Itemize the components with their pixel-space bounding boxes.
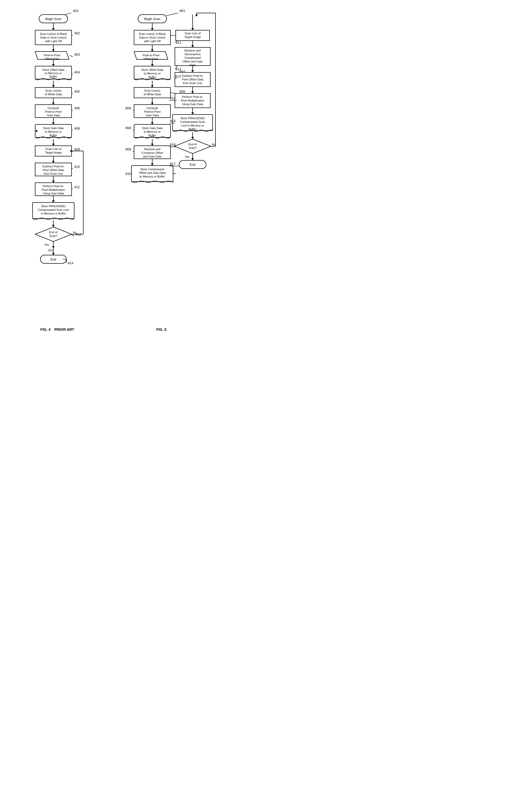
svg-text:Line in Memory or: Line in Memory or xyxy=(181,124,204,127)
svg-text:Scan Line of: Scan Line of xyxy=(185,32,201,35)
svg-marker-154 xyxy=(151,144,154,146)
svg-text:Perform Pixel-to-: Perform Pixel-to- xyxy=(43,185,64,188)
svg-marker-195 xyxy=(191,91,194,93)
svg-text:816: 816 xyxy=(170,143,176,147)
svg-text:406: 406 xyxy=(74,106,80,110)
svg-text:Pixel Multiplication: Pixel Multiplication xyxy=(181,99,204,102)
svg-marker-187 xyxy=(191,70,194,72)
svg-text:805: 805 xyxy=(179,90,185,93)
svg-text:End: End xyxy=(190,163,195,167)
svg-text:813: 813 xyxy=(175,74,181,78)
svg-text:Begin Scan: Begin Scan xyxy=(45,17,61,21)
svg-text:404: 404 xyxy=(74,70,80,74)
fig8-caption: FIG. 8 xyxy=(156,327,167,331)
svg-text:Using Gain Data: Using Gain Data xyxy=(182,102,204,106)
svg-text:Scan Line(s) of Black: Scan Line(s) of Black xyxy=(139,32,166,35)
fig8-diagram: 801 Begin Scan 802 Scan Line(s) of Black… xyxy=(107,5,216,331)
svg-text:No: No xyxy=(212,143,215,146)
svg-text:Using Gain Data: Using Gain Data xyxy=(43,192,64,195)
svg-marker-35 xyxy=(52,102,55,105)
svg-text:806: 806 xyxy=(126,106,131,110)
svg-text:Gain Data: Gain Data xyxy=(47,114,60,117)
svg-text:End of: End of xyxy=(188,143,197,146)
svg-text:End of: End of xyxy=(49,231,58,234)
svg-text:Store Gain Data: Store Gain Data xyxy=(142,127,163,130)
svg-text:Pixel Multiplication: Pixel Multiplication xyxy=(42,188,65,191)
svg-text:815: 815 xyxy=(170,119,176,123)
svg-text:Scan?: Scan? xyxy=(49,234,57,238)
svg-text:408: 408 xyxy=(74,127,80,130)
svg-text:403: 403 xyxy=(74,53,80,56)
svg-text:to Memory or Buffer: to Memory or Buffer xyxy=(140,175,165,178)
svg-text:Scan Line of: Scan Line of xyxy=(45,147,61,150)
svg-text:Compensated Scan: Compensated Scan xyxy=(180,120,205,124)
svg-text:809: 809 xyxy=(126,147,131,151)
svg-text:Yes: Yes xyxy=(185,155,189,158)
svg-text:409: 409 xyxy=(74,147,80,151)
svg-text:Pixel Offset Data: Pixel Offset Data xyxy=(43,168,64,172)
svg-text:Scan?: Scan? xyxy=(188,146,196,149)
svg-marker-170 xyxy=(191,28,194,30)
svg-text:411: 411 xyxy=(74,185,80,189)
svg-text:Pixel Offset Data: Pixel Offset Data xyxy=(182,78,204,81)
svg-text:Offset Data: Offset Data xyxy=(144,57,158,60)
svg-text:Decompress: Decompress xyxy=(185,53,201,56)
svg-marker-13 xyxy=(52,50,55,52)
fig4-subtitle: PRIOR ART xyxy=(54,327,74,331)
svg-text:Gain Data: Gain Data xyxy=(146,114,159,117)
svg-marker-226 xyxy=(191,158,194,160)
svg-text:402: 402 xyxy=(74,31,80,35)
svg-text:End: End xyxy=(51,258,56,261)
fig4-svg: 401 Begin Scan 402 Scan Line(s) of Black… xyxy=(21,5,94,325)
svg-text:Target Image: Target Image xyxy=(45,151,62,154)
fig4-title: FIG. 4 xyxy=(40,327,51,331)
svg-text:Offset Data: Offset Data xyxy=(45,57,59,60)
svg-marker-146 xyxy=(151,122,154,125)
svg-marker-59 xyxy=(52,161,55,163)
svg-text:801: 801 xyxy=(179,9,185,13)
svg-text:Store Gain Data: Store Gain Data xyxy=(43,127,64,130)
svg-text:Buffer: Buffer xyxy=(148,75,156,79)
svg-text:Retrieve and: Retrieve and xyxy=(185,49,201,52)
svg-text:Store PRNU/DSNU: Store PRNU/DSNU xyxy=(41,205,66,208)
svg-text:413: 413 xyxy=(48,248,54,252)
svg-text:Compress Offset: Compress Offset xyxy=(141,151,163,154)
svg-text:Yes: Yes xyxy=(44,243,49,246)
svg-text:to Memory or: to Memory or xyxy=(144,130,161,133)
svg-line-15 xyxy=(70,55,73,57)
svg-text:Buffer: Buffer xyxy=(50,134,57,137)
svg-text:Compute: Compute xyxy=(147,107,158,110)
fig8-svg: 801 Begin Scan 802 Scan Line(s) of Black… xyxy=(107,5,216,325)
svg-text:with Light Off: with Light Off xyxy=(45,40,62,43)
svg-text:Pixel-to-Pixel: Pixel-to-Pixel xyxy=(144,110,160,113)
svg-text:and Gain Data: and Gain Data xyxy=(143,155,162,158)
svg-marker-131 xyxy=(151,86,154,88)
svg-text:812: 812 xyxy=(176,67,182,71)
svg-marker-94 xyxy=(52,246,55,248)
svg-marker-97 xyxy=(52,253,55,255)
svg-text:Compressed: Compressed xyxy=(185,56,201,59)
svg-text:Pixel-to-Pixel: Pixel-to-Pixel xyxy=(44,54,60,57)
svg-marker-20 xyxy=(52,64,55,66)
svg-marker-67 xyxy=(52,181,55,183)
svg-text:Scan Line(s) of Black: Scan Line(s) of Black xyxy=(40,32,67,35)
svg-text:814: 814 xyxy=(170,96,176,100)
svg-text:of White Data: of White Data xyxy=(144,93,162,96)
svg-text:of White Data: of White Data xyxy=(45,93,62,96)
svg-text:Pixel-to-Pixel: Pixel-to-Pixel xyxy=(45,110,62,113)
svg-text:414: 414 xyxy=(68,261,73,265)
svg-text:Store Offset Data: Store Offset Data xyxy=(141,68,164,71)
svg-text:Buffer: Buffer xyxy=(50,75,57,78)
svg-text:817: 817 xyxy=(170,162,176,166)
svg-marker-116 xyxy=(151,50,154,52)
svg-marker-81 xyxy=(52,225,55,227)
svg-text:from Scan Line: from Scan Line xyxy=(183,81,202,84)
svg-text:Offset and Gain Data: Offset and Gain Data xyxy=(139,171,166,174)
svg-text:Data or Scan Line(s): Data or Scan Line(s) xyxy=(139,36,166,39)
svg-text:Pixel-to-Pixel: Pixel-to-Pixel xyxy=(142,54,159,57)
svg-marker-28 xyxy=(52,86,55,88)
fig4-diagram: 401 Begin Scan 402 Scan Line(s) of Black… xyxy=(18,5,96,331)
svg-text:Scan Line(s): Scan Line(s) xyxy=(144,89,160,92)
svg-text:Perform Pixel-to-: Perform Pixel-to- xyxy=(182,95,204,98)
svg-text:810: 810 xyxy=(126,172,131,176)
